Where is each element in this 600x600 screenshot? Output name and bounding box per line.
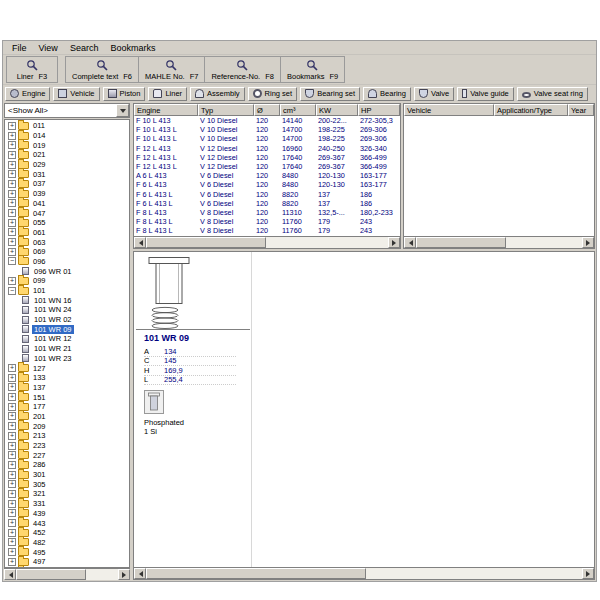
expand-icon[interactable]: +	[8, 209, 16, 217]
expand-icon[interactable]: +	[8, 558, 16, 566]
tree-folder[interactable]: +014	[7, 131, 129, 141]
scrollbar-track[interactable]	[16, 569, 118, 580]
toolbar-button-bookmarks[interactable]: BookmarksF9	[280, 56, 345, 83]
scroll-thumb[interactable]	[146, 568, 366, 579]
tree-folder[interactable]: +201	[7, 412, 129, 422]
expand-icon[interactable]: +	[8, 190, 16, 198]
column-header-vehicle[interactable]: Vehicle	[404, 104, 494, 116]
scroll-thumb[interactable]	[416, 237, 506, 248]
scrollbar-track[interactable]	[146, 568, 582, 579]
expand-icon[interactable]: +	[8, 170, 16, 178]
tree-item[interactable]: 101 WR 23	[7, 354, 129, 364]
tree-folder[interactable]: +301	[7, 470, 129, 480]
engine-table-row[interactable]: F 6 L 413 LV 6 Diesel1208820137186	[134, 199, 400, 208]
tree-folder[interactable]: +037	[7, 179, 129, 189]
engine-table-row[interactable]: F 8 L 413V 8 Diesel12011310132,5-...180,…	[134, 208, 400, 217]
scroll-left-button[interactable]	[134, 237, 146, 248]
tab-bearing[interactable]: Bearing	[363, 87, 411, 101]
expand-icon[interactable]: +	[8, 132, 16, 140]
engine-table-row[interactable]: F 8 L 413 LV 8 Diesel12011760179243	[134, 226, 400, 235]
tree-folder[interactable]: −096	[7, 257, 129, 267]
expand-icon[interactable]: +	[8, 509, 16, 517]
expand-icon[interactable]: +	[8, 461, 16, 469]
filter-dropdown[interactable]: <Show All>	[4, 103, 130, 118]
tree-folder[interactable]: +061	[7, 228, 129, 238]
expand-icon[interactable]: +	[8, 199, 16, 207]
tree-folder[interactable]: +482	[7, 538, 129, 548]
tree-folder[interactable]: +439	[7, 509, 129, 519]
expand-icon[interactable]: +	[8, 500, 16, 508]
expand-icon[interactable]: +	[8, 180, 16, 188]
tree-item[interactable]: 101 WR 02	[7, 315, 129, 325]
expand-icon[interactable]: +	[8, 248, 16, 256]
expand-icon[interactable]: +	[8, 364, 16, 372]
dropdown-arrow-icon[interactable]	[116, 104, 129, 117]
tree-folder[interactable]: +495	[7, 547, 129, 557]
expand-icon[interactable]: +	[8, 161, 16, 169]
engine-table-row[interactable]: F 8 L 413 LV 8 Diesel12011760179243	[134, 217, 400, 226]
engine-table-row[interactable]: F 6 L 413V 6 Diesel1208480120-130163-177	[134, 180, 400, 189]
tab-ring-set[interactable]: Ring set	[248, 87, 298, 101]
collapse-icon[interactable]: −	[8, 287, 16, 295]
expand-icon[interactable]: +	[8, 393, 16, 401]
scroll-thumb[interactable]	[16, 569, 86, 580]
scroll-left-button[interactable]	[4, 569, 16, 580]
tab-valve-guide[interactable]: Valve guide	[457, 87, 514, 101]
scroll-thumb[interactable]	[146, 237, 266, 248]
expand-icon[interactable]: +	[8, 538, 16, 546]
expand-icon[interactable]: +	[8, 432, 16, 440]
tree-folder[interactable]: +227	[7, 450, 129, 460]
scroll-left-button[interactable]	[404, 237, 416, 248]
expand-icon[interactable]: +	[8, 422, 16, 430]
tree-folder[interactable]: +063	[7, 237, 129, 247]
tree-folder[interactable]: +055	[7, 218, 129, 228]
tree-folder[interactable]: +069	[7, 247, 129, 257]
tree-item[interactable]: 101 WR 09	[7, 324, 129, 334]
column-header-[interactable]: Ø	[254, 104, 280, 116]
expand-icon[interactable]: +	[8, 403, 16, 411]
tree-folder[interactable]: +151	[7, 392, 129, 402]
engine-table-row[interactable]: F 10 L 413 LV 10 Diesel12014700198-22526…	[134, 134, 400, 143]
expand-icon[interactable]: +	[8, 277, 16, 285]
expand-icon[interactable]: +	[8, 442, 16, 450]
expand-icon[interactable]: +	[8, 219, 16, 227]
scroll-right-button[interactable]	[582, 568, 594, 579]
tree-item[interactable]: 101 WN 24	[7, 305, 129, 315]
tree-folder[interactable]: +099	[7, 276, 129, 286]
tree-hscrollbar[interactable]	[4, 568, 130, 580]
tree-folder[interactable]: +213	[7, 431, 129, 441]
tab-engine[interactable]: Engine	[5, 87, 50, 101]
tree-folder[interactable]: +209	[7, 421, 129, 431]
engine-table-row[interactable]: F 6 L 413 LV 6 Diesel1208820137186	[134, 190, 400, 199]
tree-folder[interactable]: +021	[7, 150, 129, 160]
tree-folder[interactable]: +331	[7, 499, 129, 509]
engine-table-row[interactable]: F 10 L 413 LV 10 Diesel12014700198-22526…	[134, 125, 400, 134]
expand-icon[interactable]: +	[8, 122, 16, 130]
column-header-hp[interactable]: HP	[358, 104, 400, 116]
tree-folder[interactable]: −101	[7, 286, 129, 296]
column-header-typ[interactable]: Typ	[198, 104, 254, 116]
toolbar-button-reference-no[interactable]: Reference-No.F8	[204, 56, 281, 83]
tree-folder[interactable]: +127	[7, 363, 129, 373]
detail-hscrollbar[interactable]	[134, 567, 594, 579]
expand-icon[interactable]: +	[8, 471, 16, 479]
expand-icon[interactable]: +	[8, 228, 16, 236]
expand-icon[interactable]: +	[8, 141, 16, 149]
vehicle-table-hscrollbar[interactable]	[404, 236, 594, 248]
tree-folder[interactable]: +047	[7, 208, 129, 218]
tab-piston[interactable]: Piston	[103, 87, 146, 101]
expand-icon[interactable]: +	[8, 548, 16, 556]
tree-folder[interactable]: +321	[7, 489, 129, 499]
tree-folder[interactable]: +286	[7, 460, 129, 470]
tree-folder[interactable]: +011	[7, 121, 129, 131]
tree-folder[interactable]: +031	[7, 169, 129, 179]
toolbar-button-mahle-no[interactable]: MAHLE No.F7	[138, 56, 205, 83]
engine-table-row[interactable]: F 12 L 413 LV 12 Diesel12017640269-36736…	[134, 153, 400, 162]
tree-folder[interactable]: +452	[7, 528, 129, 538]
tree-folder[interactable]: +019	[7, 140, 129, 150]
tree-folder[interactable]: +223	[7, 441, 129, 451]
engine-table-row[interactable]: F 12 L 413V 12 Diesel12016960240-250326-…	[134, 144, 400, 153]
scroll-left-button[interactable]	[134, 568, 146, 579]
tree-folder[interactable]: +133	[7, 373, 129, 383]
scrollbar-track[interactable]	[146, 237, 388, 248]
